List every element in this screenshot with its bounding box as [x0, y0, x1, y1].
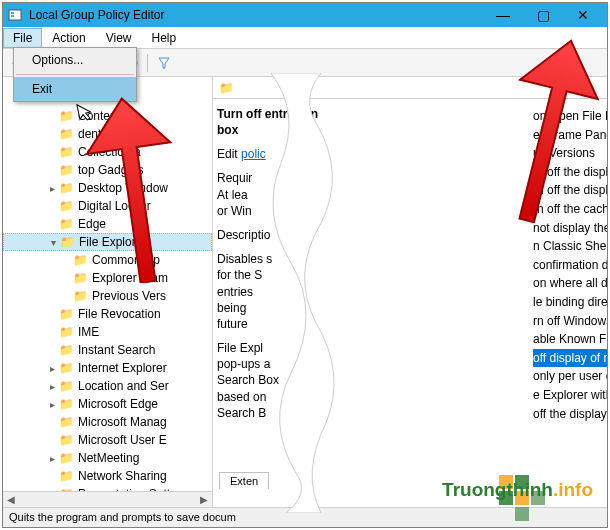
tree-item[interactable]: 📁File Revocation — [3, 305, 212, 323]
description-body-2: File Expl pop-ups a Search Box based on … — [217, 340, 337, 421]
tree-item-label: Internet Explorer — [78, 361, 167, 375]
folder-icon: 📁 — [219, 81, 234, 95]
expand-icon[interactable]: ▸ — [45, 453, 59, 464]
folder-icon: 📁 — [59, 361, 74, 375]
tree-item-label: Microsoft User E — [78, 433, 167, 447]
menu-help[interactable]: Help — [142, 28, 187, 48]
watermark-text: Truongthinh.info — [442, 479, 593, 501]
tree-item[interactable]: ▸📁NetMeeting — [3, 449, 212, 467]
tree-item[interactable]: ▸📁Internet Explorer — [3, 359, 212, 377]
red-arrow-2 — [493, 33, 603, 227]
folder-icon: 📁 — [59, 379, 74, 393]
policy-setting-link[interactable]: polic — [241, 147, 266, 161]
detail-pane: Turn off entries in box Edit polic Requi… — [217, 107, 337, 429]
menu-file[interactable]: File — [3, 28, 42, 48]
setting-item[interactable]: le binding directly to IPropertyStoreSet… — [533, 293, 607, 312]
folder-icon: 📁 — [59, 415, 74, 429]
expand-icon[interactable]: ▸ — [45, 399, 59, 410]
setting-item[interactable]: n Classic Shell — [533, 237, 607, 256]
folder-icon: 📁 — [59, 397, 74, 411]
folder-icon: 📁 — [59, 163, 74, 177]
tree-item[interactable]: 📁Previous Vers — [3, 287, 212, 305]
expand-icon[interactable]: ▸ — [45, 183, 59, 194]
setting-item[interactable]: off display of recent search entries in … — [533, 349, 607, 368]
folder-icon: 📁 — [59, 217, 74, 231]
minimize-button[interactable]: — — [483, 3, 523, 27]
folder-icon: 📁 — [59, 469, 74, 483]
svg-rect-0 — [9, 10, 21, 20]
detail-heading: Turn off entries in box — [217, 107, 337, 138]
expand-icon[interactable]: ▾ — [46, 237, 60, 248]
menu-view[interactable]: View — [96, 28, 142, 48]
tree-item-label: Location and Ser — [78, 379, 169, 393]
setting-item[interactable]: only per user or approved shell extensio… — [533, 367, 607, 386]
tree-item[interactable]: ▸📁Location and Ser — [3, 377, 212, 395]
app-icon — [7, 7, 23, 23]
folder-icon: 📁 — [59, 145, 74, 159]
menu-action[interactable]: Action — [42, 28, 95, 48]
tree-item[interactable]: 📁Instant Search — [3, 341, 212, 359]
horizontal-scrollbar[interactable]: ◀▶ — [3, 491, 212, 507]
tree-item[interactable]: 📁Microsoft User E — [3, 431, 212, 449]
description-body: Disables s for the S entries being futur… — [217, 251, 337, 332]
setting-item[interactable]: on where all default Library definition … — [533, 274, 607, 293]
tree-item-label: NetMeeting — [78, 451, 139, 465]
titlebar: Local Group Policy Editor — ▢ ✕ — [3, 3, 607, 27]
close-button[interactable]: ✕ — [563, 3, 603, 27]
tree-item[interactable]: ▸📁Microsoft Edge — [3, 395, 212, 413]
svg-rect-2 — [11, 15, 14, 17]
tree-item-label: Instant Search — [78, 343, 155, 357]
separator — [16, 74, 134, 75]
menu-item-options[interactable]: Options... — [14, 48, 136, 72]
separator — [147, 54, 148, 72]
expand-icon[interactable]: ▸ — [45, 381, 59, 392]
folder-icon: 📁 — [59, 181, 74, 195]
folder-icon: 📁 — [59, 307, 74, 321]
window-title: Local Group Policy Editor — [29, 8, 483, 22]
folder-icon: 📁 — [59, 109, 74, 123]
setting-item[interactable]: rn off Windows Libraries features that r… — [533, 312, 607, 331]
tab-extended[interactable]: Exten — [219, 472, 269, 489]
tree-item-label: Microsoft Edge — [78, 397, 158, 411]
expand-icon[interactable]: ▸ — [45, 363, 59, 374]
tree-item-label: Previous Vers — [92, 289, 166, 303]
folder-icon: 📁 — [59, 433, 74, 447]
requirements: Requir At lea or Win — [217, 170, 337, 219]
folder-icon: 📁 — [59, 199, 74, 213]
tree-item-label: Network Sharing — [78, 469, 167, 483]
tab-strip: Exten — [219, 472, 269, 489]
folder-icon: 📁 — [59, 451, 74, 465]
setting-item[interactable]: e Explorer with ribbon minimized — [533, 386, 607, 405]
folder-icon: 📁 — [73, 289, 88, 303]
tree-item-label: File Revocation — [78, 307, 161, 321]
description-label: Descriptio — [217, 227, 337, 243]
edit-link-row: Edit polic — [217, 146, 337, 162]
tree-item[interactable]: 📁Microsoft Manag — [3, 413, 212, 431]
tree-item[interactable]: 📁IME — [3, 323, 212, 341]
folder-icon: 📁 — [59, 127, 74, 141]
filter-icon[interactable] — [154, 53, 174, 73]
folder-icon: 📁 — [59, 325, 74, 339]
setting-item[interactable]: off the display of snippets in Content v… — [533, 405, 607, 424]
tree-item[interactable]: 📁Network Sharing — [3, 467, 212, 485]
setting-item[interactable]: able Known Folders — [533, 330, 607, 349]
maximize-button[interactable]: ▢ — [523, 3, 563, 27]
tree-item-label: Microsoft Manag — [78, 415, 167, 429]
setting-item[interactable]: confirmation dialog when deleting files — [533, 256, 607, 275]
svg-rect-1 — [11, 12, 14, 14]
folder-icon: 📁 — [59, 343, 74, 357]
tree-item-label: IME — [78, 325, 99, 339]
